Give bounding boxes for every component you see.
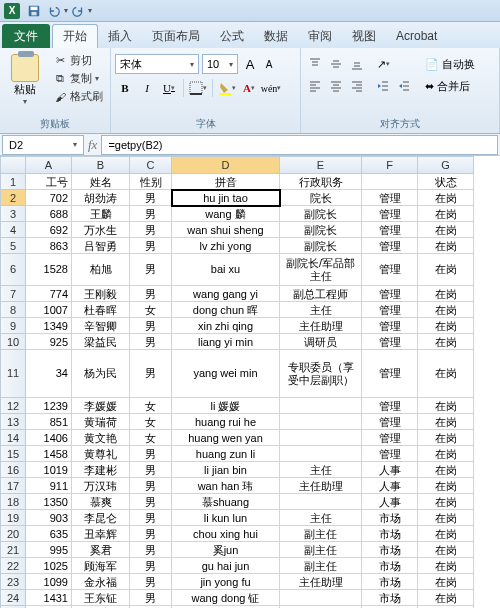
cell[interactable]: 男 (130, 222, 172, 238)
row-header[interactable]: 17 (0, 478, 26, 494)
row-header[interactable]: 6 (0, 254, 26, 286)
row-header[interactable]: 20 (0, 526, 26, 542)
cell[interactable]: 688 (26, 206, 72, 222)
cell[interactable]: 性别 (130, 174, 172, 190)
merge-center-button[interactable]: ⬌合并后 (420, 76, 480, 96)
cell[interactable]: 万水生 (72, 222, 130, 238)
cell[interactable] (280, 398, 362, 414)
cell[interactable]: 在岗 (418, 494, 474, 510)
cell[interactable]: hu jin tao (172, 190, 280, 206)
cell[interactable]: 925 (26, 334, 72, 350)
row-header[interactable]: 5 (0, 238, 26, 254)
cell[interactable]: chou xing hui (172, 526, 280, 542)
cell[interactable]: 行政职务 (280, 174, 362, 190)
cell[interactable]: 在岗 (418, 526, 474, 542)
cell[interactable]: 男 (130, 318, 172, 334)
cell[interactable] (280, 494, 362, 510)
cell[interactable]: 管理 (362, 190, 418, 206)
row-header[interactable]: 10 (0, 334, 26, 350)
underline-button[interactable]: U▾ (159, 78, 179, 98)
cell[interactable]: 在岗 (418, 590, 474, 606)
cell[interactable]: 女 (130, 398, 172, 414)
cell[interactable]: 状态 (418, 174, 474, 190)
cell[interactable]: 管理 (362, 414, 418, 430)
row-header[interactable]: 3 (0, 206, 26, 222)
cell[interactable]: 男 (130, 510, 172, 526)
tab-home[interactable]: 开始 (52, 24, 98, 48)
cell[interactable]: 副总工程师 (280, 286, 362, 302)
cell[interactable]: wan shui sheng (172, 222, 280, 238)
cell[interactable]: 在岗 (418, 558, 474, 574)
cell[interactable]: 管理 (362, 430, 418, 446)
cell[interactable]: 主任 (280, 302, 362, 318)
cell[interactable]: 院长 (280, 190, 362, 206)
paste-button[interactable]: 粘贴 ▾ (4, 50, 46, 106)
cell[interactable]: 管理 (362, 238, 418, 254)
cell[interactable]: 主任 (280, 510, 362, 526)
cell[interactable]: 在岗 (418, 574, 474, 590)
cell[interactable]: 工号 (26, 174, 72, 190)
column-header[interactable]: E (280, 156, 362, 174)
cell[interactable]: 1349 (26, 318, 72, 334)
cell[interactable]: 管理 (362, 254, 418, 286)
cell[interactable]: 男 (130, 190, 172, 206)
cell[interactable]: 911 (26, 478, 72, 494)
grow-font-button[interactable]: A (241, 54, 259, 74)
cell[interactable]: 杜春晖 (72, 302, 130, 318)
row-header[interactable]: 2 (0, 190, 26, 206)
cell[interactable]: jin yong fu (172, 574, 280, 590)
cell[interactable]: 女 (130, 302, 172, 318)
cell[interactable]: 在岗 (418, 414, 474, 430)
cell[interactable]: 人事 (362, 494, 418, 510)
qat-customize-icon[interactable]: ▾ (88, 6, 92, 15)
cell[interactable] (280, 446, 362, 462)
cell[interactable]: 奚jun (172, 542, 280, 558)
cell[interactable]: bai xu (172, 254, 280, 286)
tab-acrobat[interactable]: Acrobat (386, 24, 447, 48)
border-button[interactable]: ▾ (188, 78, 208, 98)
cell[interactable]: 顾海军 (72, 558, 130, 574)
cell[interactable]: 市场 (362, 526, 418, 542)
cell[interactable]: yang wei min (172, 350, 280, 398)
cell[interactable]: 在岗 (418, 478, 474, 494)
cell[interactable]: 调研员 (280, 334, 362, 350)
cell[interactable]: 男 (130, 574, 172, 590)
cell[interactable]: 吕智勇 (72, 238, 130, 254)
column-header[interactable]: G (418, 156, 474, 174)
fx-icon[interactable]: fx (88, 137, 97, 153)
cell[interactable]: wan han 玮 (172, 478, 280, 494)
cell[interactable] (280, 590, 362, 606)
cell[interactable]: 在岗 (418, 334, 474, 350)
cell[interactable]: 774 (26, 286, 72, 302)
cell[interactable]: 女 (130, 430, 172, 446)
undo-icon[interactable] (45, 2, 63, 20)
formula-bar[interactable]: =getpy(B2) (101, 135, 498, 155)
row-header[interactable]: 16 (0, 462, 26, 478)
cell[interactable]: li jian bin (172, 462, 280, 478)
cell[interactable]: 丑幸辉 (72, 526, 130, 542)
cell[interactable]: 王麟 (72, 206, 130, 222)
cell[interactable]: 在岗 (418, 254, 474, 286)
cell[interactable]: 黄文艳 (72, 430, 130, 446)
row-header[interactable]: 1 (0, 174, 26, 190)
cell[interactable]: 王东钲 (72, 590, 130, 606)
cell[interactable]: 慕shuang (172, 494, 280, 510)
row-header[interactable]: 11 (0, 350, 26, 398)
cell[interactable]: 人事 (362, 462, 418, 478)
phonetic-button[interactable]: wén▾ (261, 78, 281, 98)
cell[interactable]: 男 (130, 334, 172, 350)
italic-button[interactable]: I (137, 78, 157, 98)
cell[interactable]: 主任 (280, 462, 362, 478)
format-painter-button[interactable]: 🖌格式刷 (50, 88, 106, 105)
cell[interactable]: huang rui he (172, 414, 280, 430)
column-header[interactable]: C (130, 156, 172, 174)
copy-button[interactable]: ⧉复制▾ (50, 70, 106, 87)
column-header[interactable]: D (172, 156, 280, 174)
cell[interactable]: 副主任 (280, 542, 362, 558)
cell[interactable]: 995 (26, 542, 72, 558)
cell[interactable]: huang zun li (172, 446, 280, 462)
cell[interactable]: 黄尊礼 (72, 446, 130, 462)
row-header[interactable]: 12 (0, 398, 26, 414)
cell[interactable]: 副院长 (280, 206, 362, 222)
cell[interactable]: 副主任 (280, 558, 362, 574)
